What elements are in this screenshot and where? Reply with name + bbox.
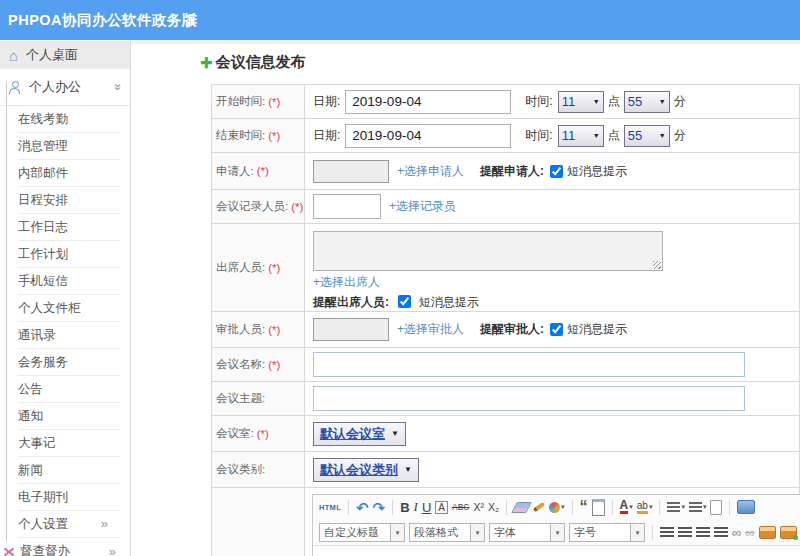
applicant-input[interactable] xyxy=(313,160,389,183)
approver-input[interactable] xyxy=(313,318,389,341)
sidebar-item-personal-desktop[interactable]: ⌂ 个人桌面 xyxy=(0,41,130,69)
sidebar-item-label: 个人办公 xyxy=(29,78,81,96)
sidebar-item-news[interactable]: 新闻 xyxy=(18,457,120,484)
sidebar-item-work-plan[interactable]: 工作计划 xyxy=(18,241,120,268)
form-row-content-editor: HTML ↶ ↷ B I U A ABC X² X₂ xyxy=(212,488,799,556)
unlink-icon[interactable]: ∞ xyxy=(745,526,754,539)
bold-button[interactable]: B xyxy=(400,500,409,515)
field-label: 开始时间:(*) xyxy=(212,85,305,118)
form-row-approver: 审批人员:(*) +选择审批人 提醒审批人: 短消息提示 xyxy=(212,312,799,348)
align-justify-icon[interactable] xyxy=(714,527,728,537)
start-minute-select[interactable]: 55 ▼ xyxy=(624,91,670,113)
sidebar-item-memorabilia[interactable]: 大事记 xyxy=(18,430,120,457)
align-right-icon[interactable] xyxy=(696,527,710,537)
meeting-name-input[interactable] xyxy=(313,352,745,377)
recorder-input[interactable] xyxy=(313,194,381,219)
sidebar-item-e-journal[interactable]: 电子期刊 xyxy=(18,484,120,511)
new-page-icon[interactable] xyxy=(710,500,722,515)
attendees-textarea[interactable] xyxy=(313,231,663,271)
form-row-applicant: 申请人:(*) +选择申请人 提醒申请人: 短消息提示 xyxy=(212,153,799,190)
blockquote-icon[interactable]: “ xyxy=(580,503,588,511)
sidebar-item-announcement[interactable]: 公告 xyxy=(18,376,120,403)
sidebar-scrollbar[interactable] xyxy=(6,82,7,542)
select-attendees-link[interactable]: +选择出席人 xyxy=(313,274,380,291)
end-minute-select[interactable]: 55 ▼ xyxy=(624,125,670,147)
caret-down-icon: ▾ xyxy=(631,523,645,542)
sidebar-item-label: 个人桌面 xyxy=(26,46,78,64)
sidebar-item-contacts[interactable]: 通讯录 xyxy=(18,322,120,349)
italic-button[interactable]: I xyxy=(414,499,418,515)
caret-down-icon: ▾ xyxy=(471,523,485,542)
top-bar: PHPOA协同办公软件政务版 ≡ xyxy=(0,0,800,40)
select-approver-link[interactable]: +选择审批人 xyxy=(397,321,464,338)
font-color-button[interactable]: A ▾ xyxy=(620,500,633,514)
field-label xyxy=(212,488,305,556)
start-hour-select[interactable]: 11 ▼ xyxy=(558,91,604,113)
align-center-icon[interactable] xyxy=(678,527,692,537)
end-hour-select[interactable]: 11 ▼ xyxy=(558,125,604,147)
insert-image-icon[interactable] xyxy=(780,526,797,539)
undo-icon[interactable]: ↶ xyxy=(356,500,369,515)
remind-attendees-checkbox[interactable] xyxy=(398,295,411,308)
add-icon: ✚ xyxy=(200,54,213,72)
meeting-room-select[interactable]: 默认会议室 ▼ xyxy=(313,422,406,446)
sidebar-item-schedule[interactable]: 日程安排 xyxy=(18,187,120,214)
caret-down-icon: ▼ xyxy=(404,465,412,474)
meeting-form: 开始时间:(*) 日期: 时间: 11 ▼ 点 55 ▼ 分 xyxy=(211,84,800,556)
paragraph-format-select[interactable]: 段落格式 ▾ xyxy=(409,523,485,542)
image-icon[interactable] xyxy=(759,526,776,539)
align-left-icon[interactable] xyxy=(660,527,674,537)
strikethrough-button[interactable]: ABC xyxy=(452,502,469,512)
select-applicant-link[interactable]: +选择申请人 xyxy=(397,163,464,180)
user-icon xyxy=(9,81,21,93)
field-label: 会议记录人员:(*) xyxy=(212,190,305,223)
sidebar-item-internal-mail[interactable]: 内部邮件 xyxy=(18,160,120,187)
format-brush-icon[interactable] xyxy=(533,502,545,512)
menu-icon[interactable]: ≡ xyxy=(186,0,198,38)
rich-text-editor: HTML ↶ ↷ B I U A ABC X² X₂ xyxy=(312,494,800,556)
link-icon[interactable]: ∞ xyxy=(732,526,741,539)
underline-button[interactable]: U xyxy=(422,500,431,515)
time-label: 时间: xyxy=(525,127,552,144)
editor-content-area[interactable] xyxy=(313,546,800,556)
ordered-list-button[interactable]: ▾ xyxy=(667,502,685,512)
sidebar-item-conference-service[interactable]: 会务服务 xyxy=(18,349,120,376)
meeting-category-select[interactable]: 默认会议类别 ▼ xyxy=(313,458,419,482)
chevron-right-icon: » xyxy=(109,538,116,556)
fullscreen-icon[interactable] xyxy=(737,500,755,514)
eraser-icon[interactable] xyxy=(511,502,532,513)
redo-icon[interactable]: ↷ xyxy=(373,500,386,515)
field-label: 结束时间:(*) xyxy=(212,119,305,152)
paste-icon[interactable] xyxy=(592,499,605,516)
meeting-subject-input[interactable] xyxy=(313,386,745,411)
custom-title-select[interactable]: 自定义标题 ▾ xyxy=(319,523,405,542)
palette-button[interactable]: ▾ xyxy=(549,502,565,513)
sidebar-item-messages[interactable]: 消息管理 xyxy=(18,133,120,160)
subscript-button[interactable]: X₂ xyxy=(488,501,499,513)
unordered-list-button[interactable]: ▾ xyxy=(689,502,707,512)
remind-applicant-checkbox[interactable] xyxy=(550,165,563,178)
sidebar-item-sms[interactable]: 手机短信 xyxy=(18,268,120,295)
time-label: 时间: xyxy=(525,93,552,110)
font-style-button[interactable]: A xyxy=(435,501,448,514)
sidebar-item-personal-office[interactable]: 个人办公 » xyxy=(0,69,130,105)
caret-down-icon: ▾ xyxy=(551,523,565,542)
sidebar-item-notice[interactable]: 通知 xyxy=(18,403,120,430)
chevron-right-icon: » xyxy=(101,511,108,537)
sidebar-item-attendance[interactable]: 在线考勤 xyxy=(18,106,120,133)
remind-approver-checkbox[interactable] xyxy=(550,323,563,336)
html-source-button[interactable]: HTML xyxy=(319,503,341,512)
screen: PHPOA协同办公软件政务版 ≡ ⌂ 个人桌面 个人办公 » 在线考勤 消息管理… xyxy=(0,0,800,556)
crossing-arrows-icon xyxy=(3,546,15,556)
sidebar-item-personal-settings[interactable]: 个人设置 » xyxy=(18,511,120,538)
select-recorder-link[interactable]: +选择记录员 xyxy=(389,198,456,215)
highlight-color-button[interactable]: ab ▾ xyxy=(637,500,653,514)
sidebar-item-supervision[interactable]: 督查督办 » xyxy=(0,538,130,556)
start-date-input[interactable] xyxy=(345,90,511,114)
font-size-select[interactable]: 字号 ▾ xyxy=(569,523,645,542)
superscript-button[interactable]: X² xyxy=(473,501,484,513)
font-family-select[interactable]: 字体 ▾ xyxy=(489,523,565,542)
end-date-input[interactable] xyxy=(345,124,511,148)
sidebar-item-work-log[interactable]: 工作日志 xyxy=(18,214,120,241)
sidebar-item-file-cabinet[interactable]: 个人文件柜 xyxy=(18,295,120,322)
